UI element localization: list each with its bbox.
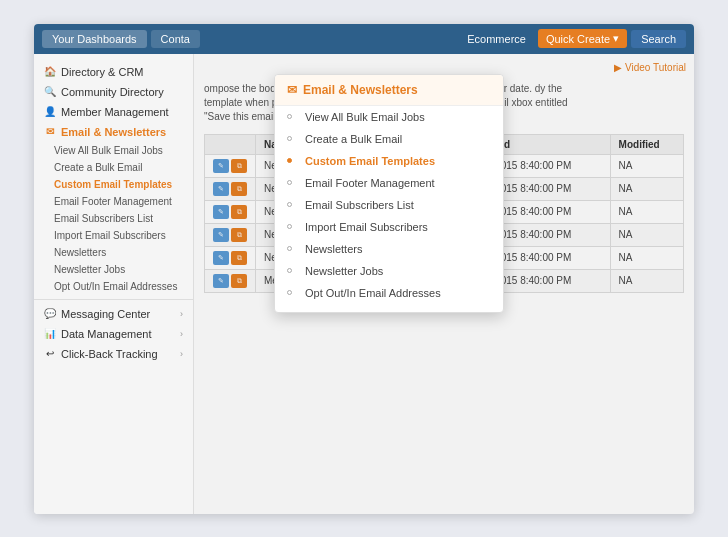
sidebar-sub-optout[interactable]: Opt Out/In Email Addresses (34, 278, 193, 295)
browser-window: Your Dashboards Conta Ecommerce Quick Cr… (34, 24, 694, 514)
dropdown-item-7[interactable]: Newsletter Jobs (275, 260, 503, 282)
bullet-icon (287, 268, 292, 273)
message-icon: 💬 (44, 308, 56, 320)
bullet-icon (287, 224, 292, 229)
sidebar-item-email[interactable]: ✉ Email & Newsletters (34, 122, 193, 142)
person-icon: 👤 (44, 106, 56, 118)
main-layout: 🏠 Directory & CRM 🔍 Community Directory … (34, 54, 694, 514)
sidebar-sub-newsletters[interactable]: Newsletters (34, 244, 193, 261)
email-orange-icon: ✉ (287, 83, 297, 97)
sidebar-item-data[interactable]: 📊 Data Management › (34, 324, 193, 344)
search-button[interactable]: Search (631, 30, 686, 48)
top-nav-right: Ecommerce Quick Create ▾ Search (459, 29, 686, 48)
sidebar-sub-create-bulk[interactable]: Create a Bulk Email (34, 159, 193, 176)
sidebar-item-clickback[interactable]: ↩ Click-Back Tracking › (34, 344, 193, 364)
conta-button[interactable]: Conta (151, 30, 200, 48)
sidebar-sub-import[interactable]: Import Email Subscribers (34, 227, 193, 244)
ecommerce-link[interactable]: Ecommerce (459, 33, 534, 45)
sidebar-sub-view-all[interactable]: View All Bulk Email Jobs (34, 142, 193, 159)
bullet-icon (287, 136, 292, 141)
email-newsletters-dropdown: ✉ Email & Newsletters View All Bulk Emai… (274, 74, 504, 313)
dropdown-item-8[interactable]: Opt Out/In Email Addresses (275, 282, 503, 304)
dropdown-item-6[interactable]: Newsletters (275, 238, 503, 260)
clickback-icon: ↩ (44, 348, 56, 360)
chevron-right-icon2: › (180, 329, 183, 339)
sidebar-sub-newsletter-jobs[interactable]: Newsletter Jobs (34, 261, 193, 278)
dropdown-item-2[interactable]: Custom Email Templates (275, 150, 503, 172)
sidebar-item-member[interactable]: 👤 Member Management (34, 102, 193, 122)
sidebar-sub-footer[interactable]: Email Footer Management (34, 193, 193, 210)
sidebar-item-community[interactable]: 🔍 Community Directory (34, 82, 193, 102)
chevron-right-icon3: › (180, 349, 183, 359)
bullet-icon (287, 290, 292, 295)
home-icon: 🏠 (44, 66, 56, 78)
dropdown-item-3[interactable]: Email Footer Management (275, 172, 503, 194)
data-icon: 📊 (44, 328, 56, 340)
chevron-down-icon: ▾ (613, 32, 619, 45)
quick-create-button[interactable]: Quick Create ▾ (538, 29, 627, 48)
sidebar-item-directory[interactable]: 🏠 Directory & CRM (34, 62, 193, 82)
bullet-icon (287, 202, 292, 207)
sidebar: 🏠 Directory & CRM 🔍 Community Directory … (34, 54, 194, 514)
main-content: ▶ Video Tutorial ompose the body of an e… (194, 54, 694, 514)
dropdown-item-5[interactable]: Import Email Subscribers (275, 216, 503, 238)
dropdown-item-0[interactable]: View All Bulk Email Jobs (275, 106, 503, 128)
bullet-icon (287, 180, 292, 185)
sidebar-sub-subscribers-list[interactable]: Email Subscribers List (34, 210, 193, 227)
chevron-right-icon: › (180, 309, 183, 319)
search-icon: 🔍 (44, 86, 56, 98)
dropdown-header: ✉ Email & Newsletters (275, 75, 503, 106)
bullet-icon (287, 114, 292, 119)
email-icon: ✉ (44, 126, 56, 138)
your-dashboards-button[interactable]: Your Dashboards (42, 30, 147, 48)
bullet-icon (287, 158, 292, 163)
top-navigation: Your Dashboards Conta Ecommerce Quick Cr… (34, 24, 694, 54)
bullet-icon (287, 246, 292, 251)
sidebar-item-messaging[interactable]: 💬 Messaging Center › (34, 304, 193, 324)
dropdown-item-4[interactable]: Email Subscribers List (275, 194, 503, 216)
sidebar-sub-custom-templates[interactable]: Custom Email Templates (34, 176, 193, 193)
dropdown-item-1[interactable]: Create a Bulk Email (275, 128, 503, 150)
